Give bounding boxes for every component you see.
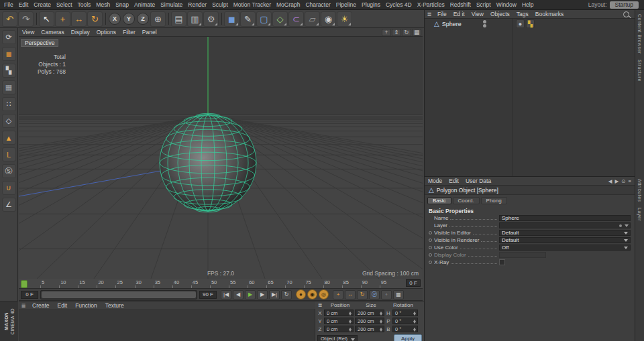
toolbar-icon[interactable]: [34, 11, 38, 27]
menu-item[interactable]: Pipeline: [333, 1, 359, 8]
select-input[interactable]: Off: [499, 245, 631, 251]
menu-item[interactable]: X-Particles: [415, 1, 447, 8]
stepper[interactable]: [378, 318, 383, 324]
menu-item[interactable]: Redshift: [447, 1, 474, 8]
record-scale-toggle[interactable]: ↔: [345, 290, 356, 299]
menu-item[interactable]: Help: [519, 1, 536, 8]
panel-menu-icon[interactable]: ≣: [425, 11, 434, 17]
record-pla-toggle[interactable]: ◦: [381, 290, 392, 299]
camera-button[interactable]: ◉: [321, 11, 336, 27]
menu-item[interactable]: Animate: [131, 1, 158, 8]
object-menu-item[interactable]: File: [434, 11, 450, 17]
material-menu-item[interactable]: Create: [28, 302, 54, 309]
attribute-menu-item[interactable]: User Data: [462, 178, 494, 184]
dock-tab[interactable]: Layer: [637, 208, 642, 221]
menu-item[interactable]: Create: [31, 1, 54, 8]
y-axis-lock-button[interactable]: Y: [123, 13, 135, 25]
menu-item[interactable]: Edit: [16, 1, 32, 8]
object-name[interactable]: Sphere: [442, 21, 462, 27]
material-menu-item[interactable]: Edit: [54, 302, 72, 309]
stepper[interactable]: [378, 326, 383, 332]
record-rotation-toggle[interactable]: ↻: [357, 290, 368, 299]
viewport-menu-item[interactable]: Panel: [139, 29, 160, 36]
render-view-button[interactable]: ▤: [171, 11, 186, 27]
lock-icon[interactable]: ⊙: [621, 178, 625, 184]
toggle-views-icon[interactable]: ▦: [412, 29, 421, 36]
size-field[interactable]: 200 cm: [355, 310, 384, 316]
history-forward-icon[interactable]: ▶: [615, 178, 619, 184]
viewport-menu-item[interactable]: Display: [68, 29, 93, 36]
menu-item[interactable]: MoGraph: [274, 1, 303, 8]
object-menu-item[interactable]: Bookmarks: [532, 11, 568, 17]
stepper[interactable]: [347, 326, 352, 332]
camera-label[interactable]: Perspective: [21, 39, 58, 47]
move-tool-icon[interactable]: +: [55, 11, 70, 27]
points-mode-button[interactable]: ∷: [2, 97, 16, 111]
object-menu-item[interactable]: View: [468, 11, 487, 17]
subdivision-surface-button[interactable]: ▢: [256, 11, 272, 27]
preview-end-field[interactable]: 90 F: [199, 291, 217, 299]
modeling-objects-button[interactable]: ◇: [272, 11, 288, 27]
preview-start-field[interactable]: 0 F: [21, 291, 38, 299]
animation-dot[interactable]: [429, 253, 432, 257]
coordinate-mode-dropdown[interactable]: Object (Rel): [317, 335, 358, 341]
x-axis-lock-button[interactable]: X: [109, 13, 121, 25]
position-field[interactable]: 0 cm: [324, 326, 354, 332]
animation-dot[interactable]: [429, 261, 432, 264]
goto-start-button[interactable]: |◀: [221, 290, 231, 299]
snapping-button[interactable]: ∪: [2, 181, 16, 195]
size-field[interactable]: 200 cm: [355, 318, 384, 324]
goto-end-button[interactable]: ▶|: [269, 290, 280, 299]
viewport-menu-item[interactable]: Filter: [119, 29, 139, 36]
panel-menu-icon[interactable]: ≣: [315, 302, 325, 308]
animation-dot[interactable]: [429, 238, 432, 242]
rotate-view-icon[interactable]: ↻: [402, 29, 411, 36]
dock-tab[interactable]: Structure: [637, 60, 642, 82]
stepper[interactable]: [347, 310, 352, 316]
stepper[interactable]: [347, 318, 352, 324]
workplane-mode-button[interactable]: ▦: [2, 80, 16, 94]
animation-dot[interactable]: [429, 231, 432, 234]
menu-item[interactable]: File: [1, 1, 16, 8]
scale-tool-icon[interactable]: ↔: [71, 11, 87, 27]
layout-selector[interactable]: Startup: [610, 1, 639, 9]
attribute-menu-item[interactable]: Edit: [445, 178, 462, 184]
attribute-menu-item[interactable]: Mode: [425, 178, 445, 184]
model-mode-button[interactable]: ◼: [2, 47, 16, 61]
menu-item[interactable]: Render: [185, 1, 209, 8]
checkbox[interactable]: [499, 259, 505, 265]
attribute-tab[interactable]: Phong: [481, 197, 507, 204]
object-menu-item[interactable]: Tags: [513, 11, 532, 17]
menu-item[interactable]: Snap: [113, 1, 131, 8]
texture-mode-button[interactable]: ▚: [2, 64, 16, 78]
current-frame-field[interactable]: 0 F: [406, 279, 421, 287]
viewport-solo-button[interactable]: Ⓢ: [2, 164, 16, 178]
make-editable-button[interactable]: ⟳: [2, 30, 16, 44]
rotation-field[interactable]: 0 °: [392, 310, 418, 316]
position-field[interactable]: 0 cm: [324, 318, 354, 324]
menu-item[interactable]: Motion Tracker: [231, 1, 274, 8]
primitive-cube-button[interactable]: ◼: [224, 11, 239, 27]
attribute-tab[interactable]: Coord.: [453, 197, 480, 204]
search-icon[interactable]: [623, 11, 629, 17]
menu-item[interactable]: Cycles 4D: [383, 1, 415, 8]
rotate-tool-icon[interactable]: ↻: [87, 11, 103, 27]
toolbar-icon[interactable]: [166, 11, 170, 27]
viewport-menu-item[interactable]: Cameras: [38, 29, 67, 36]
enable-axis-button[interactable]: L: [2, 147, 16, 161]
rotation-field[interactable]: 0 °: [392, 318, 418, 324]
rotation-field[interactable]: 0 °: [392, 326, 418, 332]
scene-canvas[interactable]: [19, 37, 423, 279]
visibility-dot[interactable]: [483, 20, 486, 23]
next-frame-button[interactable]: ▶: [257, 290, 268, 299]
material-manager-content[interactable]: [19, 309, 315, 341]
stepper[interactable]: [378, 310, 383, 316]
history-back-icon[interactable]: ◀: [608, 178, 612, 184]
record-keyframe-button[interactable]: ●: [296, 289, 306, 299]
live-selection-icon[interactable]: ↖: [39, 11, 54, 27]
object-menu-item[interactable]: Objects: [487, 11, 513, 17]
object-menu-item[interactable]: Ed it: [450, 11, 468, 17]
spline-pen-button[interactable]: ✎: [240, 11, 256, 27]
keyframe-selection-button[interactable]: ◎: [319, 289, 329, 299]
panel-menu-icon[interactable]: ≡: [629, 178, 631, 184]
